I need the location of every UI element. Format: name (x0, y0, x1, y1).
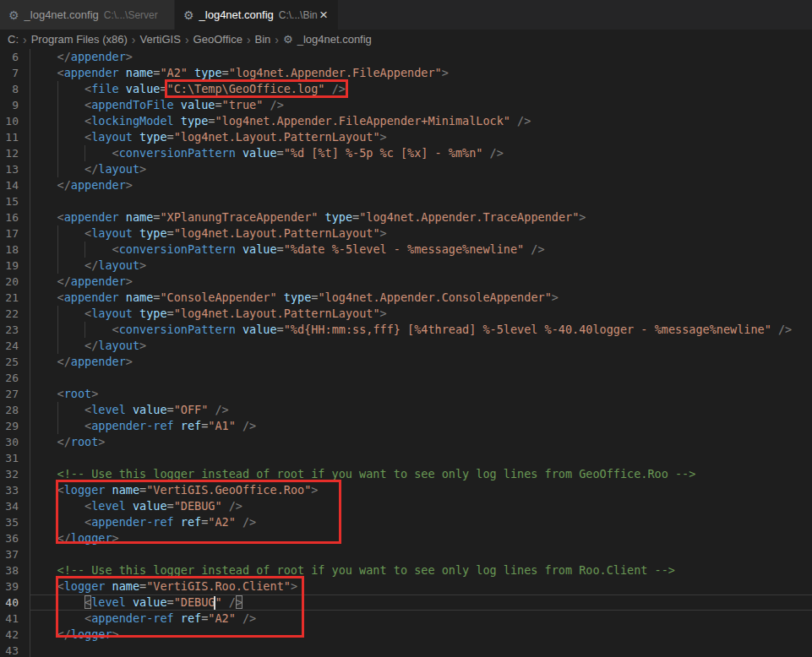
code-text: <logger name="VertiGIS.Roo.Client"> (30, 578, 812, 595)
line-number[interactable]: 29 (0, 418, 30, 434)
code-line-16[interactable]: 16<appender name="XPlanungTraceAppender"… (0, 209, 812, 225)
line-number[interactable]: 34 (0, 498, 30, 514)
code-line-26[interactable]: 26 (0, 370, 812, 386)
breadcrumb-item-vertigis[interactable]: VertiGIS (139, 33, 180, 46)
code-line-11[interactable]: 11<layout type="log4net.Layout.PatternLa… (0, 129, 812, 145)
line-number[interactable]: 13 (0, 161, 30, 177)
code-line-21[interactable]: 21<appender name="ConsoleAppender" type=… (0, 290, 812, 306)
breadcrumb-item-file[interactable]: ⚙ _log4net.config (283, 33, 372, 46)
code-line-13[interactable]: 13</layout> (0, 161, 812, 177)
indent-guide (30, 177, 57, 193)
tab-log4net-bin[interactable]: ⚙ _log4net.config C:\...\Bin × (175, 0, 338, 30)
code-line-9[interactable]: 9<appendToFile value="true" /> (0, 97, 812, 113)
line-number[interactable]: 20 (0, 274, 30, 290)
code-line-33[interactable]: 33<logger name="VertiGIS.GeoOffice.Roo"> (0, 482, 812, 498)
line-number[interactable]: 43 (0, 643, 30, 657)
code-text: </logger> (30, 627, 812, 643)
token: < (112, 323, 119, 336)
code-text: <lockingModel type="log4net.Appender.Fil… (30, 113, 812, 129)
code-line-41[interactable]: 41<appender-ref ref="A2" /> (0, 611, 812, 627)
line-number[interactable]: 16 (0, 209, 30, 225)
code-line-15[interactable]: 15 (0, 193, 812, 209)
code-line-17[interactable]: 17<layout type="log4net.Layout.PatternLa… (0, 225, 812, 242)
line-number[interactable]: 12 (0, 145, 30, 161)
code-line-18[interactable]: 18<conversionPattern value="%date %-5lev… (0, 242, 812, 258)
indent-guide (30, 145, 57, 161)
code-line-32[interactable]: 32<!-- Use this logger instead of root i… (0, 466, 812, 482)
code-line-20[interactable]: 20</appender> (0, 274, 812, 290)
line-number[interactable]: 39 (0, 578, 30, 595)
code-line-34[interactable]: 34<level value="DEBUG" /> (0, 498, 812, 514)
code-line-42[interactable]: 42</logger> (0, 627, 812, 643)
line-number[interactable]: 17 (0, 225, 30, 242)
line-number[interactable]: 36 (0, 530, 30, 546)
line-number[interactable]: 40 (0, 595, 30, 611)
line-number[interactable]: 18 (0, 242, 30, 258)
code-line-28[interactable]: 28<level value="OFF" /> (0, 402, 812, 418)
line-number[interactable]: 10 (0, 113, 30, 129)
line-number[interactable]: 19 (0, 258, 30, 274)
code-line-40[interactable]: 40<level value="DEBUG" /> (0, 595, 812, 611)
indent-guide (30, 258, 57, 274)
code-line-8[interactable]: 8<file value="C:\Temp\GeoOffice.log" /> (0, 81, 812, 97)
token: /> (325, 82, 346, 95)
line-number[interactable]: 38 (0, 562, 30, 578)
line-number[interactable]: 25 (0, 354, 30, 370)
breadcrumb-item-geooffice[interactable]: GeoOffice (193, 33, 243, 46)
breadcrumb-item-program-files[interactable]: Program Files (x86) (31, 33, 128, 46)
code-editor[interactable]: 6</appender>7<appender name="A2" type="l… (0, 49, 812, 657)
line-number[interactable]: 24 (0, 338, 30, 354)
line-number[interactable]: 27 (0, 386, 30, 402)
code-line-25[interactable]: 25</appender> (0, 354, 812, 370)
line-number[interactable]: 22 (0, 306, 30, 322)
code-line-6[interactable]: 6</appender> (0, 49, 812, 65)
code-line-36[interactable]: 36</logger> (0, 530, 812, 546)
code-line-31[interactable]: 31 (0, 450, 812, 466)
line-number[interactable]: 41 (0, 611, 30, 627)
token: </ (57, 50, 71, 63)
code-line-23[interactable]: 23<conversionPattern value="%d{HH:mm:ss,… (0, 322, 812, 338)
code-line-37[interactable]: 37 (0, 546, 812, 562)
code-line-30[interactable]: 30</root> (0, 434, 812, 450)
line-number[interactable]: 32 (0, 466, 30, 482)
line-number[interactable]: 11 (0, 129, 30, 145)
code-line-29[interactable]: 29<appender-ref ref="A1" /> (0, 418, 812, 434)
code-line-19[interactable]: 19</layout> (0, 258, 812, 274)
line-number[interactable]: 15 (0, 193, 30, 209)
code-line-22[interactable]: 22<layout type="log4net.Layout.PatternLa… (0, 306, 812, 322)
line-number[interactable]: 28 (0, 402, 30, 418)
code-line-38[interactable]: 38<!-- Use this logger instead of root i… (0, 562, 812, 578)
line-number[interactable]: 9 (0, 97, 30, 113)
code-line-12[interactable]: 12<conversionPattern value="%d [%t] %-5p… (0, 145, 812, 161)
line-number[interactable]: 8 (0, 81, 30, 97)
breadcrumb-item-bin[interactable]: Bin (255, 33, 271, 46)
line-number[interactable]: 14 (0, 177, 30, 193)
code-line-10[interactable]: 10<lockingModel type="log4net.Appender.F… (0, 113, 812, 129)
line-number[interactable]: 21 (0, 290, 30, 306)
tab-log4net-server[interactable]: ⚙ _log4net.config C:\...\Server (0, 0, 175, 30)
code-line-39[interactable]: 39<logger name="VertiGIS.Roo.Client"> (0, 578, 812, 595)
code-line-14[interactable]: 14</appender> (0, 177, 812, 193)
line-number[interactable]: 37 (0, 546, 30, 562)
indent-guide (57, 611, 85, 627)
line-number[interactable]: 30 (0, 434, 30, 450)
line-number[interactable]: 6 (0, 49, 30, 65)
line-number[interactable]: 7 (0, 65, 30, 81)
line-number[interactable]: 33 (0, 482, 30, 498)
line-number[interactable]: 42 (0, 627, 30, 643)
code-line-43[interactable]: 43 (0, 643, 812, 657)
line-number[interactable]: 26 (0, 370, 30, 386)
code-line-24[interactable]: 24</layout> (0, 338, 812, 354)
code-text: <appender-ref ref="A2" /> (30, 611, 812, 627)
close-icon[interactable]: × (318, 8, 330, 22)
token: "%date %-5level - %message%newline" (284, 242, 531, 256)
code-text: <!-- Use this logger instead of root if … (30, 562, 812, 578)
line-number[interactable]: 35 (0, 514, 30, 530)
code-line-7[interactable]: 7<appender name="A2" type="log4net.Appen… (0, 65, 812, 81)
line-number[interactable]: 23 (0, 322, 30, 338)
code-line-35[interactable]: 35<appender-ref ref="A2" /> (0, 514, 812, 530)
token: layout (98, 339, 139, 352)
line-number[interactable]: 31 (0, 450, 30, 466)
code-line-27[interactable]: 27<root> (0, 386, 812, 402)
breadcrumb-item-drive[interactable]: C: (8, 33, 19, 46)
